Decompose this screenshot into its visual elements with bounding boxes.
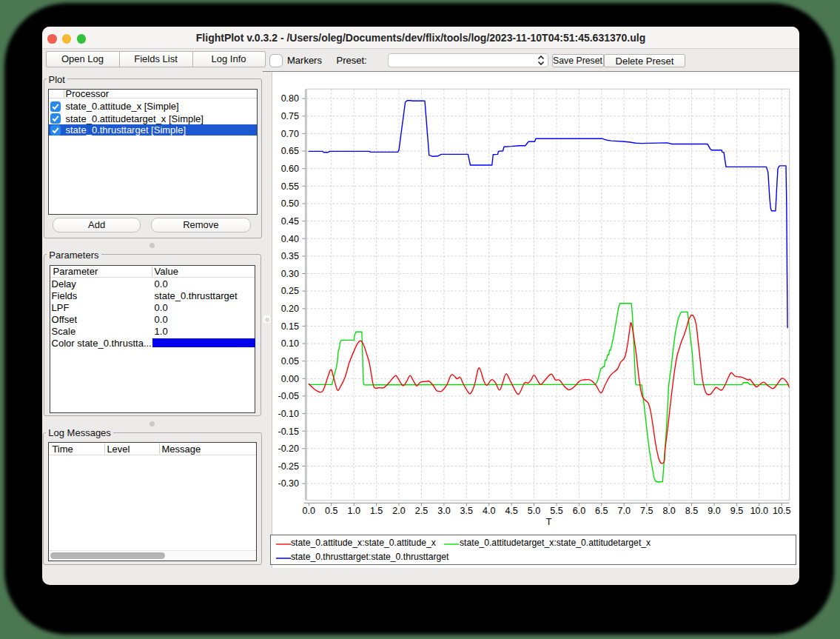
svg-text:10.0: 10.0 [750,506,767,516]
svg-text:1.5: 1.5 [369,506,382,516]
svg-text:-0.15: -0.15 [278,426,299,437]
svg-text:3.5: 3.5 [460,506,472,516]
svg-text:2.0: 2.0 [392,506,405,516]
svg-text:5.5: 5.5 [550,506,562,516]
svg-text:0.60: 0.60 [280,164,298,174]
svg-text:3.0: 3.0 [437,506,450,516]
svg-text:0.05: 0.05 [280,356,298,367]
svg-text:0.35: 0.35 [280,251,298,261]
svg-text:0.10: 0.10 [280,338,298,349]
svg-text:4.5: 4.5 [505,506,517,516]
svg-text:-0.20: -0.20 [278,444,299,454]
svg-text:-0.05: -0.05 [278,391,299,401]
svg-text:9.5: 9.5 [730,506,742,516]
svg-text:0.15: 0.15 [280,321,298,332]
svg-text:0.20: 0.20 [280,304,298,314]
svg-text:0.40: 0.40 [280,234,298,244]
svg-text:1.0: 1.0 [347,506,360,516]
svg-text:8.5: 8.5 [685,506,697,516]
svg-text:0.25: 0.25 [280,286,298,296]
svg-text:9.0: 9.0 [708,506,720,516]
svg-text:0.70: 0.70 [280,129,298,139]
svg-text:-0.10: -0.10 [278,409,299,419]
svg-text:5.0: 5.0 [527,506,540,516]
svg-text:T: T [545,517,551,527]
svg-text:0.75: 0.75 [280,111,298,121]
svg-text:0.50: 0.50 [280,198,298,209]
svg-text:10.5: 10.5 [773,506,790,516]
svg-text:0.00: 0.00 [280,374,298,384]
svg-text:0.65: 0.65 [280,146,298,156]
svg-text:6.0: 6.0 [572,506,585,516]
svg-text:8.0: 8.0 [662,506,675,516]
svg-text:0.0: 0.0 [302,506,315,516]
svg-text:0.45: 0.45 [280,216,298,227]
svg-text:-0.30: -0.30 [278,478,299,489]
svg-text:0.80: 0.80 [280,93,298,104]
svg-text:0.30: 0.30 [280,269,298,279]
svg-text:7.0: 7.0 [617,506,630,516]
svg-text:2.5: 2.5 [414,506,427,516]
svg-text:7.5: 7.5 [640,506,653,516]
svg-text:6.5: 6.5 [595,506,608,516]
svg-text:-0.25: -0.25 [278,461,299,472]
svg-text:0.55: 0.55 [280,181,298,192]
svg-text:4.0: 4.0 [483,506,495,516]
svg-text:0.5: 0.5 [325,506,337,516]
